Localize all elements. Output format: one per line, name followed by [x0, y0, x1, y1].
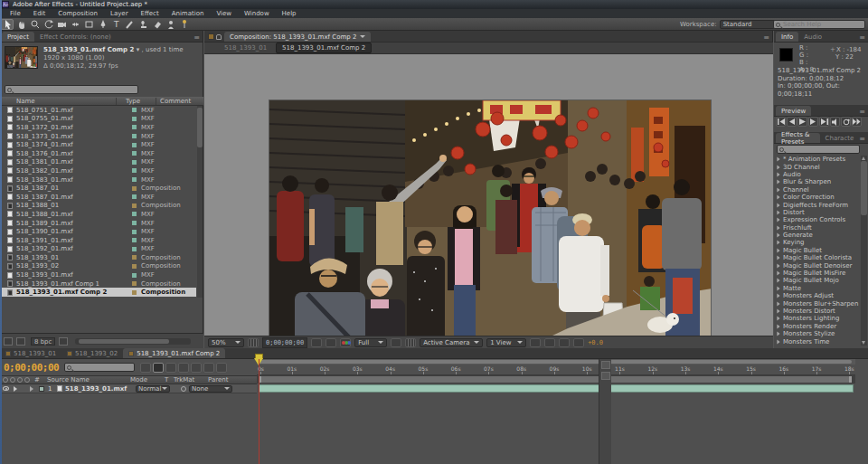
mask-tool-icon[interactable]: [82, 19, 95, 30]
effects-category-row[interactable]: Magic Bullet MisFire: [774, 270, 860, 277]
exposure-control[interactable]: +0.0: [588, 339, 603, 346]
menu-item[interactable]: File: [4, 10, 27, 17]
shy-layers-icon[interactable]: [153, 363, 164, 373]
layer-source-name[interactable]: 518_1393_01.mxf: [65, 385, 136, 393]
effects-category-row[interactable]: Magic Bullet Colorista: [774, 254, 860, 261]
roto-brush-tool-icon[interactable]: [164, 19, 176, 30]
expand-arrow-icon[interactable]: [777, 225, 779, 230]
time-ruler[interactable]: 0s01s02s03s04s05s06s07s08s09s10s11s12s13…: [257, 365, 855, 375]
frame-blending-icon[interactable]: [165, 363, 176, 373]
menu-item[interactable]: View: [210, 10, 238, 17]
expand-arrow-icon[interactable]: [777, 263, 779, 268]
show-channel-icon[interactable]: [340, 338, 351, 347]
project-item-row[interactable]: 518_1393_01.mxf Comp 2 Composition: [0, 288, 196, 297]
layer-mode-dropdown[interactable]: Normal: [136, 385, 170, 393]
effects-category-row[interactable]: Color Correction: [774, 194, 860, 201]
effects-category-row[interactable]: Matte: [774, 285, 860, 292]
timeline-vertical-scrollbar[interactable]: [599, 359, 611, 464]
layer-expand-icon[interactable]: [30, 386, 33, 392]
expand-arrow-icon[interactable]: [777, 241, 779, 245]
last-frame-icon[interactable]: [819, 117, 829, 127]
expand-arrow-icon[interactable]: [777, 309, 779, 314]
help-search-input[interactable]: [783, 21, 864, 28]
menu-item[interactable]: Effect: [135, 10, 165, 17]
layer-label-swatch[interactable]: [39, 386, 44, 392]
comp-current-time[interactable]: 0;00;00;00: [262, 337, 307, 348]
project-search-box[interactable]: [5, 85, 138, 94]
project-item-row[interactable]: 518_1383_01.mxf MXF: [0, 175, 196, 185]
composition-viewer[interactable]: [204, 54, 773, 336]
project-item-row[interactable]: 518_1373_01.mxf MXF: [0, 132, 196, 141]
auto-keyframe-icon[interactable]: [203, 363, 214, 373]
effects-category-row[interactable]: Magic Bullet: [774, 247, 860, 254]
work-area-bar[interactable]: [257, 375, 855, 384]
project-item-row[interactable]: 518_1374_01.mxf MXF: [0, 140, 196, 149]
delete-item-icon[interactable]: [59, 337, 68, 346]
effects-category-row[interactable]: Monsters Time: [774, 337, 860, 345]
effects-category-row[interactable]: Monsters Stylize: [774, 330, 860, 337]
project-item-row[interactable]: 518_1372_01.mxf MXF: [0, 123, 196, 132]
zoom-tool-icon[interactable]: [28, 19, 41, 30]
expand-arrow-icon[interactable]: [777, 279, 779, 283]
motion-blur-icon[interactable]: [178, 363, 189, 373]
selection-tool-icon[interactable]: [1, 19, 14, 30]
timeline-tab[interactable]: 518_1393_01.mxf Comp 2: [123, 348, 225, 358]
project-item-row[interactable]: 518_1389_01.mxf MXF: [0, 219, 196, 228]
project-item-row[interactable]: 518_1388_01.mxf MXF: [0, 210, 196, 219]
safe-areas-icon[interactable]: [248, 338, 259, 347]
tab-info[interactable]: Info: [776, 32, 798, 42]
effects-category-row[interactable]: Monsters Adjust: [774, 292, 860, 299]
column-parent[interactable]: Parent: [208, 376, 228, 384]
panel-menu-icon[interactable]: ≡: [859, 33, 868, 42]
effects-category-row[interactable]: Generate: [774, 232, 860, 239]
clone-stamp-tool-icon[interactable]: [137, 19, 149, 30]
resolution-dropdown[interactable]: Full: [354, 338, 387, 347]
graph-editor-icon[interactable]: [216, 363, 227, 373]
menu-item[interactable]: Window: [238, 10, 276, 17]
project-item-row[interactable]: 518_0755_01.mxf MXF: [0, 115, 196, 124]
expand-arrow-icon[interactable]: [777, 180, 779, 185]
column-source-name[interactable]: Source Name: [47, 376, 130, 384]
menu-item[interactable]: Help: [276, 10, 303, 17]
audio-mute-icon[interactable]: [830, 117, 840, 127]
tab-effects-presets[interactable]: Effects & Presets: [776, 133, 820, 143]
panel-menu-icon[interactable]: ≡: [859, 135, 868, 143]
project-item-row[interactable]: 518_1393_01.mxf MXF: [0, 270, 196, 279]
project-item-row[interactable]: 518_1388_01 Composition: [0, 202, 196, 211]
expand-arrow-icon[interactable]: [777, 173, 779, 177]
camera-tool-icon[interactable]: [55, 19, 68, 30]
tab-project[interactable]: Project: [2, 32, 34, 42]
expand-arrow-icon[interactable]: [777, 203, 779, 207]
column-number[interactable]: #: [34, 376, 47, 384]
effects-category-row[interactable]: Monsters Blur+Sharpen: [774, 299, 860, 307]
previous-frame-icon[interactable]: [787, 117, 797, 127]
expand-arrow-icon[interactable]: [777, 218, 779, 223]
layer-duration-bar[interactable]: [259, 384, 854, 393]
effects-category-row[interactable]: Monsters Distort: [774, 308, 860, 315]
column-type[interactable]: Type: [116, 98, 156, 105]
effects-search-input[interactable]: [787, 146, 859, 153]
project-column-header[interactable]: Name Type Comment: [0, 97, 203, 106]
playhead-line[interactable]: [259, 359, 259, 464]
expand-arrow-icon[interactable]: [777, 195, 779, 200]
pan-behind-tool-icon[interactable]: [69, 19, 81, 30]
expand-arrow-icon[interactable]: [777, 256, 779, 260]
help-search-box[interactable]: [773, 20, 865, 29]
column-comment[interactable]: Comment: [156, 98, 191, 105]
effects-category-row[interactable]: Magic Bullet Mojo: [774, 277, 860, 284]
magnification-dropdown[interactable]: 50%: [208, 338, 244, 347]
expand-arrow-icon[interactable]: [777, 233, 779, 238]
timeline-search-box[interactable]: [64, 363, 135, 372]
project-horizontal-scrollbar[interactable]: [75, 338, 191, 345]
expand-arrow-icon[interactable]: [777, 286, 779, 290]
timeline-tab[interactable]: 518_1393_01: [0, 348, 61, 358]
timeline-tab[interactable]: 518_1393_02: [61, 348, 123, 358]
project-item-row[interactable]: 518_1376_01.mxf MXF: [0, 149, 196, 158]
column-name[interactable]: Name: [0, 98, 116, 105]
pen-tool-icon[interactable]: [96, 19, 108, 30]
expand-arrow-icon[interactable]: [777, 157, 779, 162]
effects-category-row[interactable]: Audio: [774, 171, 860, 178]
project-item-row[interactable]: 518_0751_01.mxf MXF: [0, 106, 196, 115]
effects-category-row[interactable]: 3D Channel: [774, 163, 860, 170]
layer-audio-icon[interactable]: [14, 386, 17, 392]
